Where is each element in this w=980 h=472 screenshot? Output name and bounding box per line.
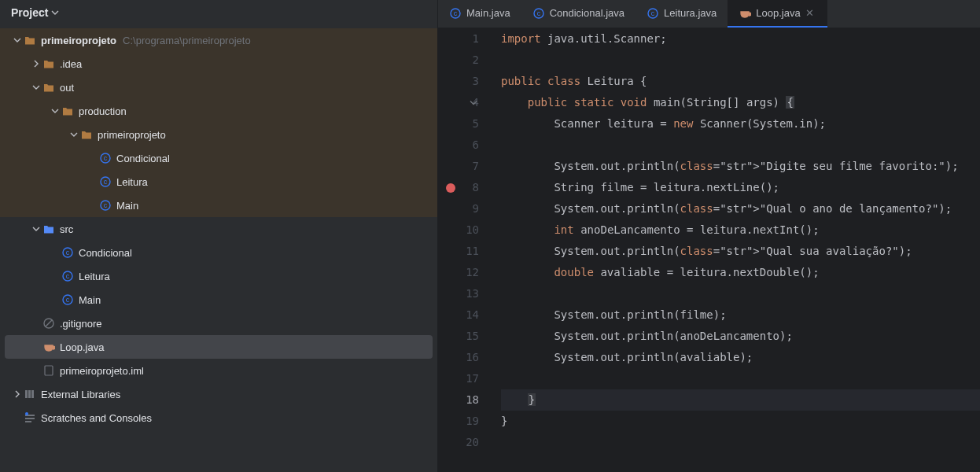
chevron-down-icon (51, 107, 59, 115)
folder-icon (62, 105, 73, 116)
editor-tabs: c Main.java c Condicional.java c Leitura… (438, 0, 980, 28)
tree-label: Main (79, 294, 101, 306)
tab-loop[interactable]: Loop.java ✕ (728, 0, 827, 28)
folder-icon (43, 223, 54, 234)
svg-rect-17 (31, 390, 34, 398)
class-icon: c (99, 175, 112, 188)
chevron-down-icon (70, 131, 78, 138)
tree-item-prjfolder[interactable]: primeiroprojeto (0, 123, 437, 146)
tab-label: Condicional.java (550, 7, 624, 19)
tab-label: Main.java (466, 7, 510, 19)
tree-item-src-main[interactable]: c Main (0, 288, 437, 312)
class-icon: c (99, 152, 112, 164)
fold-icon[interactable] (470, 92, 477, 113)
tab-leitura[interactable]: c Leitura.java (636, 0, 728, 28)
svg-text:c: c (104, 178, 108, 186)
class-icon: c (647, 7, 659, 20)
library-icon (24, 389, 35, 400)
class-icon: c (61, 270, 74, 282)
chevron-down-icon (32, 83, 40, 91)
tree-item-idea[interactable]: .idea (0, 52, 437, 76)
sidebar-title-label: Project (11, 6, 48, 19)
folder-icon (43, 82, 54, 93)
tree-item-production[interactable]: production (0, 99, 437, 123)
tree-item-out[interactable]: out (0, 76, 437, 99)
class-icon: c (449, 7, 462, 20)
tree-label: .idea (60, 58, 82, 70)
svg-text:c: c (66, 272, 70, 280)
svg-line-13 (46, 320, 52, 326)
svg-text:c: c (651, 9, 655, 17)
folder-icon (24, 35, 35, 46)
editor-code[interactable]: import java.util.Scanner;public class Le… (493, 28, 980, 472)
tree-label: primeiroprojeto (98, 129, 166, 141)
svg-rect-15 (25, 390, 28, 398)
svg-rect-16 (28, 390, 31, 398)
svg-text:c: c (536, 9, 540, 17)
tab-label: Loop.java (756, 7, 800, 19)
chevron-down-icon (13, 36, 21, 44)
svg-rect-14 (45, 366, 53, 375)
tree-label: out (60, 82, 74, 94)
project-sidebar: Project primeiroprojeto C:\programa\prim… (0, 0, 438, 472)
chevron-down-icon (51, 9, 59, 17)
editor-pane: c Main.java c Condicional.java c Leitura… (438, 0, 980, 472)
tree-root-label: primeiroprojeto (41, 35, 116, 46)
editor-gutter[interactable]: 1234567891011121314151617181920 (438, 28, 493, 472)
svg-point-21 (25, 412, 28, 415)
java-icon (739, 7, 751, 20)
tab-condicional[interactable]: c Condicional.java (521, 0, 636, 28)
svg-text:c: c (66, 296, 70, 304)
tree-label: Condicional (116, 153, 170, 164)
folder-icon (81, 129, 92, 140)
gitignore-icon (43, 318, 54, 329)
class-icon: c (532, 7, 545, 20)
tree-item-scratches[interactable]: Scratches and Consoles (0, 406, 437, 430)
tree-item-src-condicional[interactable]: c Condicional (0, 241, 437, 264)
chevron-right-icon (32, 60, 40, 68)
tree-label: primeiroprojeto.iml (60, 365, 144, 377)
tree-label: Scratches and Consoles (41, 412, 152, 424)
tree-item-loop[interactable]: Loop.java (5, 335, 433, 359)
tree-label: Loop.java (60, 341, 104, 353)
tree-label: Condicional (79, 247, 132, 259)
scratches-icon (24, 412, 35, 423)
java-icon (42, 341, 55, 353)
tab-main[interactable]: c Main.java (438, 0, 521, 28)
tree-item-condicional[interactable]: c Condicional (0, 146, 437, 170)
tree-item-iml[interactable]: primeiroprojeto.iml (0, 359, 437, 382)
editor-body[interactable]: 1234567891011121314151617181920 import j… (438, 28, 980, 472)
tree-label: Leitura (116, 176, 148, 188)
tree-item-external[interactable]: External Libraries (0, 382, 437, 406)
close-icon[interactable]: ✕ (805, 7, 816, 19)
class-icon: c (61, 293, 74, 306)
svg-rect-19 (25, 418, 35, 419)
tree-root-path: C:\programa\primeiroprojeto (123, 35, 251, 46)
chevron-down-icon (32, 225, 40, 233)
svg-rect-20 (25, 421, 31, 422)
folder-icon (43, 58, 54, 69)
file-icon (43, 365, 54, 376)
sidebar-title[interactable]: Project (0, 0, 437, 25)
tree-label: External Libraries (41, 389, 120, 400)
svg-text:c: c (66, 249, 70, 256)
tree-item-leitura[interactable]: c Leitura (0, 170, 437, 194)
svg-text:c: c (104, 201, 108, 209)
tree-root[interactable]: primeiroprojeto C:\programa\primeiroproj… (0, 28, 437, 52)
class-icon: c (99, 199, 112, 212)
tree-item-src-leitura[interactable]: c Leitura (0, 264, 437, 288)
breakpoint-icon[interactable] (446, 183, 455, 193)
class-icon: c (61, 246, 74, 259)
tab-label: Leitura.java (664, 7, 717, 19)
svg-text:c: c (104, 154, 108, 162)
tree-item-main[interactable]: c Main (0, 194, 437, 217)
tree-item-src[interactable]: src (0, 217, 437, 241)
tree-label: Main (116, 200, 138, 212)
tree-label: src (60, 223, 73, 235)
tree-label: production (79, 105, 127, 117)
svg-text:c: c (454, 9, 458, 17)
tree-label: Leitura (79, 271, 110, 282)
chevron-right-icon (13, 390, 21, 398)
tree-item-gitignore[interactable]: .gitignore (0, 312, 437, 335)
project-tree: primeiroprojeto C:\programa\primeiroproj… (0, 25, 437, 472)
